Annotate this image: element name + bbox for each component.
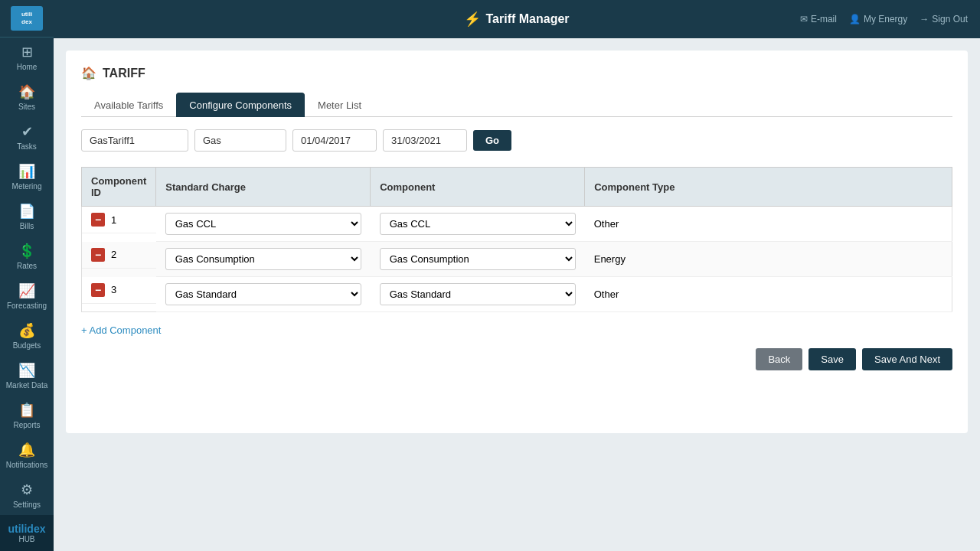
my-energy-icon: 👤: [849, 14, 861, 24]
component-select[interactable]: Gas CCLGas ConsumptionGas Standard: [380, 248, 576, 270]
col-header-component-type: Component Type: [585, 168, 952, 207]
email-nav-item[interactable]: ✉ E-mail: [800, 14, 837, 24]
metering-icon: 📊: [18, 163, 35, 180]
standard-charge-select[interactable]: Gas CCLGas ConsumptionGas Standard: [165, 248, 361, 270]
sidebar-item-budgets[interactable]: 💰 Budgets: [0, 316, 54, 356]
table-row: −2Gas CCLGas ConsumptionGas StandardGas …: [82, 242, 952, 277]
component-cell: Gas CCLGas ConsumptionGas Standard: [371, 207, 585, 242]
component-id-cell: −2: [82, 242, 156, 269]
col-header-standard-charge: Standard Charge: [156, 168, 371, 207]
sign-out-icon: →: [920, 14, 929, 24]
component-cell: Gas CCLGas ConsumptionGas Standard: [371, 242, 585, 277]
sidebar-item-notifications[interactable]: 🔔 Notifications: [0, 435, 54, 475]
topbar-title: ⚡ Tariff Manager: [464, 11, 569, 28]
component-id-value: 2: [111, 249, 116, 260]
notifications-icon: 🔔: [18, 442, 35, 458]
page-title: TARIFF: [103, 67, 145, 80]
add-component-link[interactable]: + Add Component: [81, 324, 952, 336]
col-header-component: Component: [371, 168, 585, 207]
remove-component-button[interactable]: −: [91, 213, 105, 227]
standard-charge-select[interactable]: Gas CCLGas ConsumptionGas Standard: [165, 213, 361, 235]
tab-meter-list[interactable]: Meter List: [305, 93, 374, 117]
bolt-icon: ⚡: [464, 11, 481, 28]
sidebar-item-forecasting[interactable]: 📈 Forecasting: [0, 276, 54, 316]
budgets-icon: 💰: [18, 322, 35, 339]
reports-icon: 📋: [18, 402, 35, 419]
tasks-icon: ✔: [21, 123, 33, 140]
component-id-cell: −1: [82, 207, 156, 233]
tariff-home-icon: 🏠: [81, 66, 96, 80]
my-energy-nav-item[interactable]: 👤 My Energy: [849, 14, 907, 24]
sidebar-bottom: utilidex HUB: [0, 515, 54, 551]
sidebar-item-sites[interactable]: 🏠 Sites: [0, 77, 54, 117]
settings-icon: ⚙: [21, 481, 33, 498]
topbar-nav: ✉ E-mail 👤 My Energy → Sign Out: [800, 14, 968, 24]
topbar: ⚡ Tariff Manager ✉ E-mail 👤 My Energy → …: [54, 0, 980, 38]
components-table: Component ID Standard Charge Component C…: [81, 167, 952, 312]
col-header-component-id: Component ID: [82, 168, 156, 207]
save-and-next-button[interactable]: Save And Next: [862, 348, 952, 370]
sidebar-item-bills[interactable]: 📄 Bills: [0, 197, 54, 236]
component-select[interactable]: Gas CCLGas ConsumptionGas Standard: [380, 213, 576, 235]
email-icon: ✉: [800, 14, 808, 24]
sites-icon: 🏠: [18, 83, 35, 100]
component-cell: Gas CCLGas ConsumptionGas Standard: [371, 277, 585, 312]
sidebar-logo: utilidex: [0, 0, 54, 37]
actions-row: Back Save Save And Next: [81, 348, 952, 370]
standard-charge-cell: Gas CCLGas ConsumptionGas Standard: [156, 207, 371, 242]
save-button[interactable]: Save: [808, 348, 856, 370]
end-date-input[interactable]: [383, 129, 467, 152]
tariff-name-input[interactable]: [81, 129, 188, 152]
app-logo: utilidex: [11, 6, 43, 31]
go-button[interactable]: Go: [473, 130, 511, 151]
component-type-cell: Other: [585, 207, 952, 242]
forecasting-icon: 📈: [18, 282, 35, 299]
hub-logo: utilidex HUB: [8, 523, 45, 543]
tab-configure-components[interactable]: Configure Components: [176, 93, 305, 117]
standard-charge-select[interactable]: Gas CCLGas ConsumptionGas Standard: [165, 283, 361, 305]
tabs-bar: Available Tariffs Configure Components M…: [81, 93, 952, 117]
sidebar-item-metering[interactable]: 📊 Metering: [0, 157, 54, 197]
component-id-cell: −3: [82, 277, 156, 304]
component-id-value: 1: [111, 214, 116, 226]
table-row: −3Gas CCLGas ConsumptionGas StandardGas …: [82, 277, 952, 312]
remove-component-button[interactable]: −: [91, 248, 105, 262]
sign-out-nav-item[interactable]: → Sign Out: [920, 14, 968, 24]
home-icon: ⊞: [21, 44, 33, 60]
sidebar-item-market-data[interactable]: 📉 Market Data: [0, 356, 54, 396]
sidebar-item-home[interactable]: ⊞ Home: [0, 37, 54, 77]
fuel-type-input[interactable]: [194, 129, 286, 152]
page-header: 🏠 TARIFF: [81, 66, 952, 80]
sidebar-item-reports[interactable]: 📋 Reports: [0, 396, 54, 435]
market-data-icon: 📉: [18, 362, 35, 379]
main-area: ⚡ Tariff Manager ✉ E-mail 👤 My Energy → …: [54, 0, 980, 551]
standard-charge-cell: Gas CCLGas ConsumptionGas Standard: [156, 242, 371, 277]
component-select[interactable]: Gas CCLGas ConsumptionGas Standard: [380, 283, 576, 305]
component-type-cell: Other: [585, 277, 952, 312]
component-type-cell: Energy: [585, 242, 952, 277]
start-date-input[interactable]: [292, 129, 377, 152]
filters-row: Go: [81, 129, 952, 152]
back-button[interactable]: Back: [756, 348, 802, 370]
sidebar-item-rates[interactable]: 💲 Rates: [0, 236, 54, 276]
table-row: −1Gas CCLGas ConsumptionGas StandardGas …: [82, 207, 952, 242]
content-area: 🏠 TARIFF Available Tariffs Configure Com…: [54, 38, 980, 551]
sidebar-item-tasks[interactable]: ✔ Tasks: [0, 117, 54, 157]
component-id-value: 3: [111, 284, 116, 295]
standard-charge-cell: Gas CCLGas ConsumptionGas Standard: [156, 277, 371, 312]
sidebar: utilidex ⊞ Home 🏠 Sites ✔ Tasks 📊 Meteri…: [0, 0, 54, 551]
tab-available-tariffs[interactable]: Available Tariffs: [81, 93, 176, 117]
page-card: 🏠 TARIFF Available Tariffs Configure Com…: [66, 51, 968, 433]
bills-icon: 📄: [18, 203, 35, 220]
rates-icon: 💲: [18, 243, 35, 259]
remove-component-button[interactable]: −: [91, 283, 105, 297]
sidebar-item-settings[interactable]: ⚙ Settings: [0, 475, 54, 515]
